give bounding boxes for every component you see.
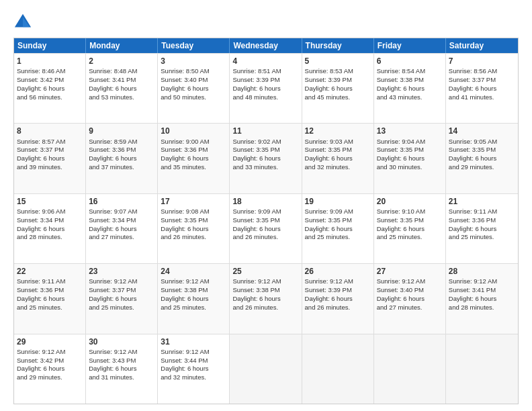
day-number: 23 [89,266,154,277]
day-info: Sunrise: 9:07 AM Sunset: 3:34 PM Dayligh… [89,208,137,240]
day-number: 25 [232,266,298,277]
day-info: Sunrise: 9:08 AM Sunset: 3:35 PM Dayligh… [161,208,209,240]
day-number: 27 [377,266,443,277]
day-number: 29 [17,336,83,347]
day-number: 8 [17,126,83,136]
day-info: Sunrise: 9:10 AM Sunset: 3:35 PM Dayligh… [377,208,425,240]
day-number: 1 [17,56,83,66]
cal-cell: 3Sunrise: 8:50 AM Sunset: 3:40 PM Daylig… [158,54,230,123]
cal-cell: 23Sunrise: 9:12 AM Sunset: 3:37 PM Dayli… [86,264,158,333]
cal-cell [302,334,374,404]
cal-cell: 15Sunrise: 9:06 AM Sunset: 3:34 PM Dayli… [14,194,86,263]
day-info: Sunrise: 8:48 AM Sunset: 3:41 PM Dayligh… [89,67,137,100]
day-number: 13 [377,126,443,136]
cal-header-wednesday: Wednesday [230,38,302,53]
cal-cell: 14Sunrise: 9:05 AM Sunset: 3:35 PM Dayli… [446,124,518,193]
cal-cell: 26Sunrise: 9:12 AM Sunset: 3:39 PM Dayli… [302,264,374,333]
cal-cell: 10Sunrise: 9:00 AM Sunset: 3:36 PM Dayli… [158,124,230,193]
day-number: 3 [161,56,226,66]
day-info: Sunrise: 9:12 AM Sunset: 3:43 PM Dayligh… [89,348,137,381]
cal-week-5: 29Sunrise: 9:12 AM Sunset: 3:42 PM Dayli… [14,334,518,404]
cal-cell [374,334,446,404]
day-number: 6 [377,56,443,66]
day-number: 9 [89,126,154,136]
day-info: Sunrise: 9:11 AM Sunset: 3:36 PM Dayligh… [17,277,65,310]
day-info: Sunrise: 9:12 AM Sunset: 3:42 PM Dayligh… [17,348,65,381]
day-info: Sunrise: 9:03 AM Sunset: 3:35 PM Dayligh… [305,138,353,171]
cal-cell: 7Sunrise: 8:56 AM Sunset: 3:37 PM Daylig… [446,54,518,123]
day-info: Sunrise: 9:04 AM Sunset: 3:35 PM Dayligh… [377,138,425,171]
day-number: 4 [232,56,298,66]
cal-header-saturday: Saturday [446,38,518,53]
cal-cell: 25Sunrise: 9:12 AM Sunset: 3:38 PM Dayli… [230,264,302,333]
cal-cell: 9Sunrise: 8:59 AM Sunset: 3:36 PM Daylig… [86,124,158,193]
day-number: 20 [377,196,443,207]
cal-cell: 22Sunrise: 9:11 AM Sunset: 3:36 PM Dayli… [14,264,86,333]
cal-cell: 6Sunrise: 8:54 AM Sunset: 3:38 PM Daylig… [374,54,446,123]
calendar-body: 1Sunrise: 8:46 AM Sunset: 3:42 PM Daylig… [14,53,518,404]
day-number: 31 [161,336,226,347]
day-number: 2 [89,56,154,66]
day-info: Sunrise: 9:12 AM Sunset: 3:39 PM Dayligh… [305,277,353,310]
day-number: 10 [161,126,226,136]
day-info: Sunrise: 8:56 AM Sunset: 3:37 PM Dayligh… [449,67,497,100]
cal-header-sunday: Sunday [14,38,86,53]
day-info: Sunrise: 8:51 AM Sunset: 3:39 PM Dayligh… [232,67,281,100]
day-info: Sunrise: 9:09 AM Sunset: 3:35 PM Dayligh… [305,208,353,240]
day-info: Sunrise: 8:53 AM Sunset: 3:39 PM Dayligh… [305,67,353,100]
day-info: Sunrise: 9:12 AM Sunset: 3:37 PM Dayligh… [89,277,137,310]
cal-cell: 29Sunrise: 9:12 AM Sunset: 3:42 PM Dayli… [14,334,86,404]
cal-cell: 28Sunrise: 9:12 AM Sunset: 3:41 PM Dayli… [446,264,518,333]
cal-week-2: 8Sunrise: 8:57 AM Sunset: 3:37 PM Daylig… [14,123,518,193]
day-info: Sunrise: 9:12 AM Sunset: 3:44 PM Dayligh… [161,348,209,381]
logo [13,12,35,31]
day-number: 14 [449,126,515,136]
cal-cell: 16Sunrise: 9:07 AM Sunset: 3:34 PM Dayli… [86,194,158,263]
day-info: Sunrise: 9:00 AM Sunset: 3:36 PM Dayligh… [161,138,209,171]
cal-cell: 19Sunrise: 9:09 AM Sunset: 3:35 PM Dayli… [302,194,374,263]
cal-header-friday: Friday [374,38,446,53]
day-number: 7 [449,56,515,66]
day-number: 17 [161,196,226,207]
day-number: 15 [17,196,83,207]
day-number: 26 [305,266,371,277]
day-info: Sunrise: 9:12 AM Sunset: 3:38 PM Dayligh… [232,277,281,310]
day-number: 18 [232,196,298,207]
day-info: Sunrise: 9:12 AM Sunset: 3:40 PM Dayligh… [377,277,425,310]
cal-cell: 18Sunrise: 9:09 AM Sunset: 3:35 PM Dayli… [230,194,302,263]
day-info: Sunrise: 8:46 AM Sunset: 3:42 PM Dayligh… [17,67,65,100]
day-info: Sunrise: 9:05 AM Sunset: 3:35 PM Dayligh… [449,138,497,171]
day-info: Sunrise: 9:12 AM Sunset: 3:41 PM Dayligh… [449,277,497,310]
day-number: 12 [305,126,371,136]
cal-cell: 20Sunrise: 9:10 AM Sunset: 3:35 PM Dayli… [374,194,446,263]
calendar-header: SundayMondayTuesdayWednesdayThursdayFrid… [14,38,518,53]
cal-cell: 12Sunrise: 9:03 AM Sunset: 3:35 PM Dayli… [302,124,374,193]
day-number: 22 [17,266,83,277]
cal-cell: 31Sunrise: 9:12 AM Sunset: 3:44 PM Dayli… [158,334,230,404]
cal-header-tuesday: Tuesday [158,38,230,53]
cal-week-3: 15Sunrise: 9:06 AM Sunset: 3:34 PM Dayli… [14,193,518,263]
cal-cell: 17Sunrise: 9:08 AM Sunset: 3:35 PM Dayli… [158,194,230,263]
cal-cell: 11Sunrise: 9:02 AM Sunset: 3:35 PM Dayli… [230,124,302,193]
day-number: 24 [161,266,226,277]
cal-cell: 30Sunrise: 9:12 AM Sunset: 3:43 PM Dayli… [86,334,158,404]
cal-cell: 4Sunrise: 8:51 AM Sunset: 3:39 PM Daylig… [230,54,302,123]
day-info: Sunrise: 9:09 AM Sunset: 3:35 PM Dayligh… [232,208,281,240]
day-info: Sunrise: 8:50 AM Sunset: 3:40 PM Dayligh… [161,67,209,100]
day-info: Sunrise: 9:11 AM Sunset: 3:36 PM Dayligh… [449,208,497,240]
cal-week-4: 22Sunrise: 9:11 AM Sunset: 3:36 PM Dayli… [14,263,518,333]
cal-cell: 5Sunrise: 8:53 AM Sunset: 3:39 PM Daylig… [302,54,374,123]
day-info: Sunrise: 8:57 AM Sunset: 3:37 PM Dayligh… [17,138,65,171]
day-number: 21 [449,196,515,207]
day-number: 28 [449,266,515,277]
cal-cell: 27Sunrise: 9:12 AM Sunset: 3:40 PM Dayli… [374,264,446,333]
cal-cell: 8Sunrise: 8:57 AM Sunset: 3:37 PM Daylig… [14,124,86,193]
cal-cell: 1Sunrise: 8:46 AM Sunset: 3:42 PM Daylig… [14,54,86,123]
calendar: SundayMondayTuesdayWednesdayThursdayFrid… [13,38,519,404]
day-info: Sunrise: 9:02 AM Sunset: 3:35 PM Dayligh… [232,138,281,171]
page: SundayMondayTuesdayWednesdayThursdayFrid… [0,0,532,411]
day-info: Sunrise: 8:54 AM Sunset: 3:38 PM Dayligh… [377,67,425,100]
day-number: 19 [305,196,371,207]
day-info: Sunrise: 9:06 AM Sunset: 3:34 PM Dayligh… [17,208,65,240]
cal-cell: 13Sunrise: 9:04 AM Sunset: 3:35 PM Dayli… [374,124,446,193]
